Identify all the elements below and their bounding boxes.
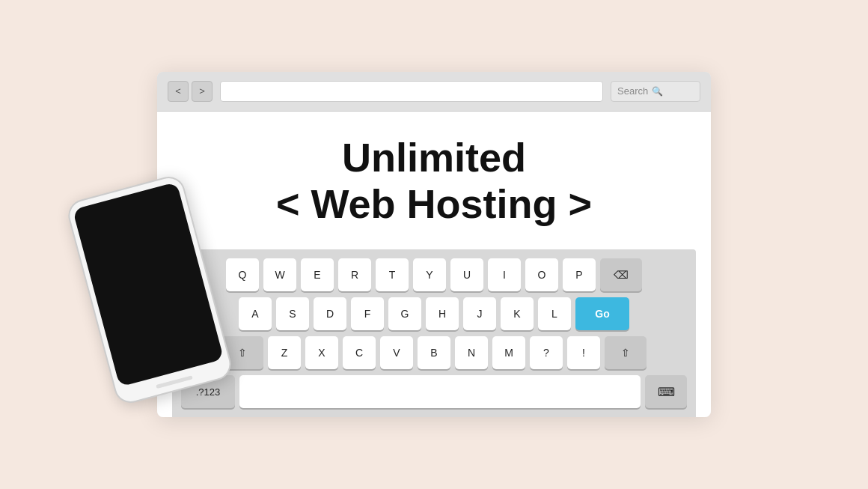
key-o[interactable]: O <box>525 258 558 291</box>
key-h[interactable]: H <box>426 297 459 330</box>
search-label: Search <box>617 85 648 97</box>
go-label: Go <box>595 308 609 320</box>
key-i[interactable]: I <box>488 258 521 291</box>
key-x[interactable]: X <box>305 336 338 369</box>
key-j[interactable]: J <box>463 297 496 330</box>
keyboard-section: Q W E R T Y U I O P ⌫ A S <box>172 249 696 417</box>
key-t[interactable]: T <box>376 258 409 291</box>
key-m[interactable]: M <box>492 336 525 369</box>
browser-toolbar: < > Search 🔍 <box>157 72 711 112</box>
address-bar[interactable] <box>220 81 603 102</box>
key-shift-right[interactable]: ⇧ <box>605 336 647 369</box>
numbers-label: .?123 <box>196 386 221 398</box>
phone-home-indicator <box>156 375 193 389</box>
key-y[interactable]: Y <box>413 258 446 291</box>
key-question[interactable]: ? <box>530 336 563 369</box>
key-k[interactable]: K <box>501 297 534 330</box>
browser-content: Unlimited < Web Hosting > Q W E R T Y U … <box>157 112 711 417</box>
key-f[interactable]: F <box>351 297 384 330</box>
key-exclamation[interactable]: ! <box>567 336 600 369</box>
key-d[interactable]: D <box>314 297 346 330</box>
key-p[interactable]: P <box>563 258 596 291</box>
key-n[interactable]: N <box>455 336 488 369</box>
key-backspace[interactable]: ⌫ <box>600 258 642 291</box>
search-field[interactable]: Search 🔍 <box>611 81 700 102</box>
key-z[interactable]: Z <box>268 336 301 369</box>
key-keyboard-icon[interactable]: ⌨ <box>645 375 687 408</box>
key-a[interactable]: A <box>239 297 272 330</box>
key-space[interactable] <box>239 375 641 408</box>
browser-window: < > Search 🔍 Unlimited < Web Hosting > <box>157 72 711 417</box>
key-u[interactable]: U <box>450 258 483 291</box>
search-icon: 🔍 <box>652 86 663 97</box>
nav-buttons: < > <box>168 81 213 102</box>
key-b[interactable]: B <box>418 336 450 369</box>
key-r[interactable]: R <box>338 258 371 291</box>
shift-left-icon: ⇧ <box>238 347 247 359</box>
key-l[interactable]: L <box>538 297 571 330</box>
keyboard-row-1: Q W E R T Y U I O P ⌫ <box>181 258 687 291</box>
key-w[interactable]: W <box>263 258 296 291</box>
keyboard-row-2: A S D F G H J K L Go <box>181 297 687 330</box>
main-container: < > Search 🔍 Unlimited < Web Hosting > <box>157 72 711 417</box>
back-icon: < <box>175 85 181 97</box>
key-s[interactable]: S <box>276 297 309 330</box>
keyboard-icon: ⌨ <box>658 385 675 399</box>
key-e[interactable]: E <box>301 258 334 291</box>
forward-icon: > <box>199 85 205 97</box>
keyboard-row-3: ⇧ Z X C V B N M ? ! ⇧ <box>181 336 687 369</box>
key-c[interactable]: C <box>343 336 376 369</box>
nav-forward-button[interactable]: > <box>192 81 213 102</box>
nav-back-button[interactable]: < <box>168 81 189 102</box>
shift-right-icon: ⇧ <box>621 347 630 359</box>
heading-line1: Unlimited <box>342 135 526 180</box>
key-q[interactable]: Q <box>226 258 259 291</box>
key-v[interactable]: V <box>380 336 413 369</box>
backspace-icon: ⌫ <box>614 269 629 281</box>
keyboard-row-bottom: .?123 ⌨ <box>181 375 687 417</box>
key-g[interactable]: G <box>388 297 421 330</box>
main-heading: Unlimited < Web Hosting > <box>172 134 696 227</box>
key-go[interactable]: Go <box>575 297 629 330</box>
heading-line2: < Web Hosting > <box>276 181 592 226</box>
